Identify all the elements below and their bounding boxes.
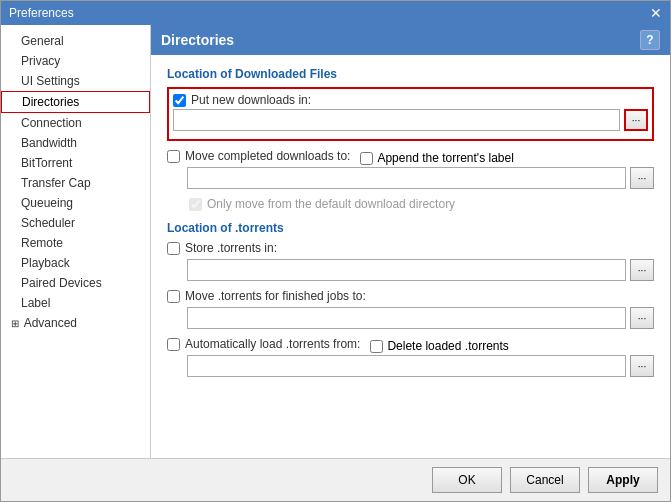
sidebar-item-label[interactable]: Label: [1, 293, 150, 313]
move-completed-row: Move completed downloads to:: [167, 149, 350, 163]
delete-loaded-checkbox[interactable]: [370, 340, 383, 353]
delete-loaded-row: Delete loaded .torrents: [370, 339, 508, 353]
auto-load-header: Automatically load .torrents from: Delet…: [167, 337, 654, 355]
move-completed-checkbox[interactable]: [167, 150, 180, 163]
store-torrents-checkbox[interactable]: [167, 242, 180, 255]
move-completed-input-row: ···: [167, 167, 654, 189]
footer: OK Cancel Apply: [1, 458, 670, 501]
move-torrents-checkbox[interactable]: [167, 290, 180, 303]
put-downloads-row: Put new downloads in:: [173, 93, 648, 107]
auto-load-input[interactable]: [187, 355, 626, 377]
section2-label: Location of .torrents: [167, 221, 654, 235]
move-completed-browse-button[interactable]: ···: [630, 167, 654, 189]
sidebar-item-general[interactable]: General: [1, 31, 150, 51]
sidebar-item-remote[interactable]: Remote: [1, 233, 150, 253]
sidebar-item-bandwidth[interactable]: Bandwidth: [1, 133, 150, 153]
browse-icon: ···: [632, 115, 640, 126]
store-torrents-row: Store .torrents in:: [167, 241, 654, 255]
append-label-checkbox[interactable]: [360, 152, 373, 165]
section1-label: Location of Downloaded Files: [167, 67, 654, 81]
browse-icon: ···: [638, 173, 646, 184]
ok-button[interactable]: OK: [432, 467, 502, 493]
store-torrents-browse-button[interactable]: ···: [630, 259, 654, 281]
only-move-checkbox[interactable]: [189, 198, 202, 211]
sidebar-item-connection[interactable]: Connection: [1, 113, 150, 133]
move-torrents-input[interactable]: [187, 307, 626, 329]
sidebar-item-paired-devices[interactable]: Paired Devices: [1, 273, 150, 293]
sidebar-item-playback[interactable]: Playback: [1, 253, 150, 273]
content-header: Directories ?: [151, 25, 670, 55]
sidebar-item-transfer-cap[interactable]: Transfer Cap: [1, 173, 150, 193]
move-completed-header: Move completed downloads to: Append the …: [167, 149, 654, 167]
append-label-row: Append the torrent's label: [360, 151, 513, 165]
put-downloads-checkbox[interactable]: [173, 94, 186, 107]
content-title: Directories: [161, 32, 234, 48]
put-downloads-label: Put new downloads in:: [191, 93, 311, 107]
title-bar: Preferences ✕: [1, 1, 670, 25]
move-completed-label: Move completed downloads to:: [185, 149, 350, 163]
auto-load-checkbox[interactable]: [167, 338, 180, 351]
append-label-text: Append the torrent's label: [377, 151, 513, 165]
move-torrents-label: Move .torrents for finished jobs to:: [185, 289, 366, 303]
auto-load-group: Automatically load .torrents from: Delet…: [167, 337, 654, 377]
sidebar-item-bittorrent[interactable]: BitTorrent: [1, 153, 150, 173]
sidebar-item-privacy[interactable]: Privacy: [1, 51, 150, 71]
only-move-label: Only move from the default download dire…: [207, 197, 455, 211]
browse-icon: ···: [638, 265, 646, 276]
store-torrents-group: Store .torrents in: ···: [167, 241, 654, 281]
window-title: Preferences: [9, 6, 74, 20]
move-torrents-row: Move .torrents for finished jobs to:: [167, 289, 654, 303]
only-move-row: Only move from the default download dire…: [167, 197, 654, 211]
auto-load-row: Automatically load .torrents from:: [167, 337, 360, 351]
content-area: Directories ? Location of Downloaded Fil…: [151, 25, 670, 458]
sidebar-item-advanced[interactable]: ⊞ Advanced: [1, 313, 150, 333]
sidebar-item-ui-settings[interactable]: UI Settings: [1, 71, 150, 91]
store-torrents-input-row: ···: [167, 259, 654, 281]
cancel-button[interactable]: Cancel: [510, 467, 580, 493]
put-downloads-browse-button[interactable]: ···: [624, 109, 648, 131]
store-torrents-label: Store .torrents in:: [185, 241, 277, 255]
browse-icon: ···: [638, 361, 646, 372]
move-torrents-group: Move .torrents for finished jobs to: ···: [167, 289, 654, 329]
auto-load-browse-button[interactable]: ···: [630, 355, 654, 377]
store-torrents-input[interactable]: [187, 259, 626, 281]
put-downloads-input-row: D:\Download ···: [173, 109, 648, 131]
put-downloads-input[interactable]: D:\Download: [173, 109, 620, 131]
close-button[interactable]: ✕: [650, 6, 662, 20]
move-torrents-browse-button[interactable]: ···: [630, 307, 654, 329]
help-button[interactable]: ?: [640, 30, 660, 50]
auto-load-input-row: ···: [167, 355, 654, 377]
preferences-window: Preferences ✕ General Privacy UI Setting…: [0, 0, 671, 502]
put-downloads-box: Put new downloads in: D:\Download ···: [167, 87, 654, 141]
sidebar-item-scheduler[interactable]: Scheduler: [1, 213, 150, 233]
delete-loaded-label: Delete loaded .torrents: [387, 339, 508, 353]
browse-icon: ···: [638, 313, 646, 324]
sidebar: General Privacy UI Settings Directories …: [1, 25, 151, 458]
move-completed-group: Move completed downloads to: Append the …: [167, 149, 654, 189]
expand-icon: ⊞: [11, 318, 19, 329]
move-torrents-input-row: ···: [167, 307, 654, 329]
move-completed-input[interactable]: [187, 167, 626, 189]
sidebar-item-queueing[interactable]: Queueing: [1, 193, 150, 213]
apply-button[interactable]: Apply: [588, 467, 658, 493]
sidebar-item-directories[interactable]: Directories: [1, 91, 150, 113]
auto-load-label: Automatically load .torrents from:: [185, 337, 360, 351]
